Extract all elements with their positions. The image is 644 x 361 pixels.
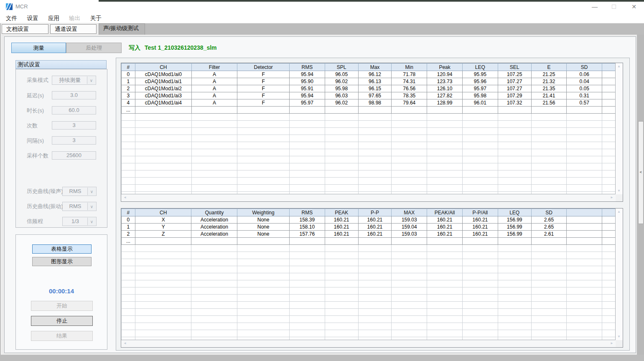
table-cell[interactable]: cDAQ1Mod1/ai0 xyxy=(135,71,191,78)
column-header[interactable]: PEAK/All xyxy=(427,209,463,216)
table-cell[interactable]: 156.99 xyxy=(498,231,531,238)
column-header[interactable]: RMS xyxy=(290,64,325,71)
table-cell[interactable] xyxy=(289,238,325,245)
table-cell[interactable] xyxy=(602,99,616,107)
table-cell[interactable] xyxy=(567,224,602,231)
table-cell[interactable]: 107.27 xyxy=(498,78,531,85)
table-cell[interactable] xyxy=(602,92,616,99)
table-cell[interactable]: 127.82 xyxy=(427,92,463,99)
graph-display-button[interactable]: 图形显示 xyxy=(32,257,92,266)
chevron-down-icon[interactable]: ∨ xyxy=(87,218,96,225)
table-cell[interactable]: 96.13 xyxy=(358,78,392,85)
close-button[interactable]: ✕ xyxy=(625,0,643,13)
table-cell[interactable]: 96.05 xyxy=(325,71,358,78)
table-cell[interactable]: 95.97 xyxy=(462,85,498,92)
tab-sound-vibration-test[interactable]: 声/振动级测试 xyxy=(99,23,145,35)
table-cell[interactable]: 96.03 xyxy=(325,92,358,99)
table-cell[interactable]: 95.95 xyxy=(462,71,498,78)
column-header[interactable]: Min xyxy=(392,64,427,71)
column-header[interactable] xyxy=(567,209,602,216)
table-cell[interactable] xyxy=(191,238,237,245)
table-cell[interactable] xyxy=(392,238,427,245)
table-cell[interactable] xyxy=(462,107,498,114)
table-cell[interactable]: 95.97 xyxy=(290,99,325,107)
table-cell[interactable]: 74.31 xyxy=(392,78,427,85)
table-cell[interactable]: 107.29 xyxy=(498,92,531,99)
table-cell[interactable]: 78.35 xyxy=(392,92,427,99)
table-cell[interactable] xyxy=(427,238,463,245)
table-cell[interactable]: A xyxy=(191,85,237,92)
table-cell[interactable]: A xyxy=(191,78,237,85)
column-header[interactable]: SD xyxy=(531,209,567,216)
table-cell[interactable]: 96.15 xyxy=(358,85,392,92)
column-header[interactable]: Max xyxy=(358,64,392,71)
column-header[interactable]: E xyxy=(531,64,567,71)
column-header[interactable]: Quantity xyxy=(191,209,237,216)
table-cell[interactable]: 2 xyxy=(122,231,135,238)
table-cell[interactable] xyxy=(602,71,616,78)
table-cell[interactable]: 158.39 xyxy=(289,216,325,224)
table-cell[interactable]: 160.21 xyxy=(427,224,463,231)
column-header[interactable]: Peak xyxy=(427,64,463,71)
table-cell[interactable]: Y xyxy=(135,224,191,231)
table-cell[interactable]: cDAQ1Mod1/ai2 xyxy=(135,85,191,92)
table-cell[interactable] xyxy=(135,107,191,114)
table-cell[interactable]: 126.10 xyxy=(427,85,463,92)
scroll-left-icon[interactable]: ◄ xyxy=(123,342,127,345)
table-cell[interactable]: 2.65 xyxy=(531,216,567,224)
column-header[interactable]: CH xyxy=(135,64,191,71)
table-cell[interactable] xyxy=(325,238,358,245)
table-cell[interactable]: 3 xyxy=(122,92,135,99)
field-combobox[interactable]: 1/3∨ xyxy=(62,217,97,226)
table-cell[interactable]: 160.21 xyxy=(325,231,358,238)
table-cell[interactable]: 96.02 xyxy=(325,78,358,85)
table-cell[interactable]: 2.61 xyxy=(531,231,567,238)
table-cell[interactable] xyxy=(567,216,602,224)
table-cell[interactable]: 96.01 xyxy=(462,99,498,107)
measure-button[interactable]: 测量 xyxy=(11,43,66,53)
table-cell[interactable]: 95.94 xyxy=(290,71,325,78)
table-cell[interactable]: Acceleration xyxy=(191,216,237,224)
field-combobox[interactable]: 持续测量∨ xyxy=(52,76,96,85)
menu-settings[interactable]: 设置 xyxy=(27,13,38,23)
table-cell[interactable]: 0.31 xyxy=(567,92,602,99)
stop-button[interactable]: 停止 xyxy=(31,316,93,326)
tab-channel-settings[interactable]: 通道设置 xyxy=(50,24,97,34)
table-cell[interactable]: 4 xyxy=(122,99,135,107)
chevron-down-icon[interactable]: ∨ xyxy=(87,188,96,195)
table-cell[interactable]: 79.64 xyxy=(392,99,427,107)
table-cell[interactable]: 0 xyxy=(122,71,135,78)
sound-table-horizontal-scrollbar[interactable]: ◄ ► xyxy=(121,194,616,201)
table-cell[interactable]: 95.98 xyxy=(462,92,498,99)
table-cell[interactable]: 21.32 xyxy=(531,78,567,85)
table-cell[interactable]: 120.94 xyxy=(427,71,463,78)
table-cell[interactable] xyxy=(358,238,392,245)
table-cell[interactable]: Z xyxy=(135,231,191,238)
menu-about[interactable]: 关于 xyxy=(90,13,102,23)
scroll-up-icon[interactable]: ▲ xyxy=(617,65,621,68)
table-cell[interactable]: 0 xyxy=(122,216,135,224)
sound-table-vertical-scrollbar[interactable]: ▲ ▼ xyxy=(615,63,623,194)
table-cell[interactable]: F xyxy=(237,71,290,78)
column-header[interactable]: P-P xyxy=(358,209,392,216)
table-cell[interactable]: 96.12 xyxy=(358,71,392,78)
field-input[interactable]: 3 xyxy=(52,121,96,130)
table-cell[interactable]: 160.21 xyxy=(325,216,358,224)
table-cell[interactable]: X xyxy=(135,216,191,224)
vibration-table-vertical-scrollbar[interactable]: ▲ ▼ xyxy=(615,208,623,340)
table-cell[interactable]: None xyxy=(237,216,290,224)
table-cell[interactable] xyxy=(531,107,567,114)
table-cell[interactable] xyxy=(498,107,531,114)
field-input[interactable]: 25600 xyxy=(52,151,96,160)
column-header[interactable]: Filter xyxy=(191,64,237,71)
column-header[interactable]: SEL xyxy=(498,64,531,71)
table-cell[interactable] xyxy=(237,107,290,114)
table-cell[interactable] xyxy=(567,238,602,245)
table-cell[interactable] xyxy=(602,231,616,238)
column-header[interactable]: CH xyxy=(135,209,191,216)
table-display-button[interactable]: 表格显示 xyxy=(32,244,92,254)
table-cell[interactable]: ... xyxy=(122,107,135,114)
tab-document-settings[interactable]: 文档设置 xyxy=(2,24,48,34)
table-cell[interactable]: 156.99 xyxy=(498,224,531,231)
minimize-button[interactable]: — xyxy=(585,0,604,13)
